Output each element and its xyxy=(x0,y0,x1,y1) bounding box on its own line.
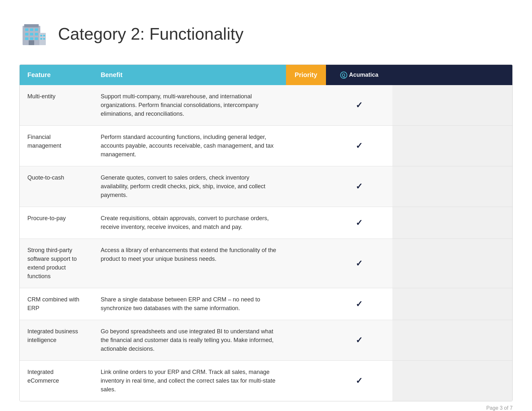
checkmark-icon: ✓ xyxy=(356,100,363,110)
cell-priority xyxy=(286,239,326,288)
cell-blank2 xyxy=(452,361,512,401)
svg-rect-1 xyxy=(24,24,39,27)
cell-priority xyxy=(286,85,326,126)
table-row: Integrated eCommerceLink online orders t… xyxy=(20,361,512,401)
cell-acumatica: ✓ xyxy=(326,320,392,361)
feature-table: Feature Benefit Priority Q Acumatica Mul… xyxy=(19,64,513,401)
checkmark-icon: ✓ xyxy=(356,376,363,386)
checkmark-icon: ✓ xyxy=(356,141,363,151)
svg-rect-11 xyxy=(29,40,34,45)
page-footer: Page 3 of 7 xyxy=(486,405,513,411)
svg-rect-13 xyxy=(40,35,42,36)
cell-blank2 xyxy=(452,166,512,207)
cell-acumatica: ✓ xyxy=(326,239,392,288)
cell-benefit: Share a single database between ERP and … xyxy=(93,288,286,320)
cell-blank1 xyxy=(392,166,452,207)
cell-priority xyxy=(286,361,326,401)
cell-blank2 xyxy=(452,320,512,361)
table-row: Integrated business intelligenceGo beyon… xyxy=(20,320,512,361)
checkmark-icon: ✓ xyxy=(356,335,363,345)
checkmark-icon: ✓ xyxy=(356,181,363,191)
cell-blank1 xyxy=(392,320,452,361)
cell-priority xyxy=(286,288,326,320)
cell-acumatica: ✓ xyxy=(326,361,392,401)
cell-feature: Financial management xyxy=(20,126,93,166)
cell-acumatica: ✓ xyxy=(326,85,392,126)
svg-rect-7 xyxy=(35,33,38,35)
cell-blank1 xyxy=(392,239,452,288)
cell-feature: Integrated business intelligence xyxy=(20,320,93,361)
svg-rect-6 xyxy=(30,33,33,35)
cell-priority xyxy=(286,207,326,239)
col-header-blank1 xyxy=(392,65,452,85)
cell-acumatica: ✓ xyxy=(326,288,392,320)
cell-benefit: Access a library of enhancements that ex… xyxy=(93,239,286,288)
table-row: Quote-to-cashGenerate quotes, convert to… xyxy=(20,166,512,207)
table-row: Strong third-party software support to e… xyxy=(20,239,512,288)
cell-benefit: Generate quotes, convert to sales orders… xyxy=(93,166,286,207)
svg-rect-14 xyxy=(43,35,45,36)
cell-benefit: Perform standard accounting functions, i… xyxy=(93,126,286,166)
col-header-priority: Priority xyxy=(286,65,326,85)
cell-priority xyxy=(286,320,326,361)
page-header: Category 2: Functionality xyxy=(19,19,513,48)
svg-rect-2 xyxy=(25,28,28,31)
cell-blank1 xyxy=(392,85,452,126)
table-row: Procure-to-payCreate requisitions, obtai… xyxy=(20,207,512,239)
cell-feature: Multi-entity xyxy=(20,85,93,126)
col-header-acumatica: Q Acumatica xyxy=(326,65,392,85)
svg-rect-15 xyxy=(40,38,42,40)
cell-benefit: Create requisitions, obtain approvals, c… xyxy=(93,207,286,239)
cell-blank1 xyxy=(392,288,452,320)
table-row: Financial managementPerform standard acc… xyxy=(20,126,512,166)
cell-priority xyxy=(286,166,326,207)
cell-blank2 xyxy=(452,85,512,126)
cell-blank2 xyxy=(452,207,512,239)
cell-priority xyxy=(286,126,326,166)
cell-feature: CRM combined with ERP xyxy=(20,288,93,320)
col-header-blank2 xyxy=(452,65,512,85)
svg-rect-9 xyxy=(30,37,33,40)
cell-acumatica: ✓ xyxy=(326,166,392,207)
table-row: Multi-entitySupport multi-company, multi… xyxy=(20,85,512,126)
page-number: Page 3 of 7 xyxy=(486,405,513,411)
col-header-benefit: Benefit xyxy=(93,65,286,85)
svg-rect-10 xyxy=(35,37,38,40)
cell-benefit: Link online orders to your ERP and CRM. … xyxy=(93,361,286,401)
cell-acumatica: ✓ xyxy=(326,126,392,166)
acumatica-logo-text: Acumatica xyxy=(349,72,379,78)
table-row: CRM combined with ERPShare a single data… xyxy=(20,288,512,320)
checkmark-icon: ✓ xyxy=(356,299,363,309)
cell-benefit: Support multi-company, multi-warehouse, … xyxy=(93,85,286,126)
cell-blank2 xyxy=(452,239,512,288)
col-header-feature: Feature xyxy=(20,65,93,85)
cell-blank1 xyxy=(392,361,452,401)
acumatica-logo: Q Acumatica xyxy=(334,72,385,79)
svg-rect-4 xyxy=(35,28,38,31)
cell-acumatica: ✓ xyxy=(326,207,392,239)
svg-rect-8 xyxy=(25,37,28,40)
cell-blank2 xyxy=(452,126,512,166)
svg-rect-5 xyxy=(25,33,28,35)
building-icon xyxy=(19,19,48,48)
checkmark-icon: ✓ xyxy=(356,259,363,268)
cell-feature: Integrated eCommerce xyxy=(20,361,93,401)
cell-feature: Quote-to-cash xyxy=(20,166,93,207)
svg-rect-3 xyxy=(30,28,33,31)
cell-feature: Procure-to-pay xyxy=(20,207,93,239)
cell-blank1 xyxy=(392,126,452,166)
cell-benefit: Go beyond spreadsheets and use integrate… xyxy=(93,320,286,361)
page-title: Category 2: Functionality xyxy=(58,24,243,44)
cell-blank2 xyxy=(452,288,512,320)
checkmark-icon: ✓ xyxy=(356,218,363,228)
cell-feature: Strong third-party software support to e… xyxy=(20,239,93,288)
svg-rect-16 xyxy=(43,38,45,40)
acumatica-logo-icon: Q xyxy=(340,72,347,79)
cell-blank1 xyxy=(392,207,452,239)
